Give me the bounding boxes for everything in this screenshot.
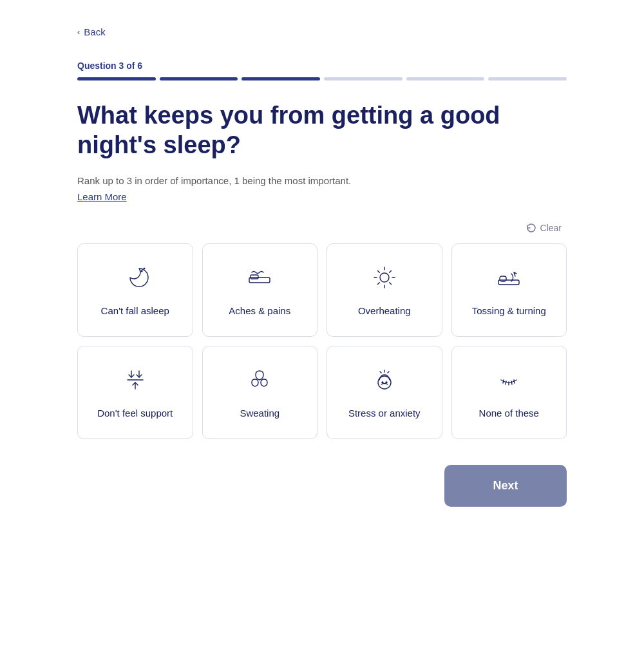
- svg-line-21: [380, 372, 381, 373]
- svg-point-0: [141, 270, 142, 272]
- svg-rect-13: [498, 280, 519, 285]
- option-cant-fall-asleep-label: Can't fall asleep: [101, 305, 169, 317]
- progress-bar: [77, 77, 567, 80]
- back-link[interactable]: ‹ Back: [77, 26, 106, 37]
- option-tossing-turning[interactable]: Tossing & turning: [451, 243, 567, 337]
- svg-line-9: [377, 271, 379, 273]
- tossing-icon: [493, 262, 524, 293]
- question-label: Question 3 of 6: [77, 61, 567, 71]
- option-none[interactable]: None of these: [451, 346, 567, 439]
- option-stress-anxiety-label: Stress or anxiety: [348, 407, 421, 420]
- chevron-left-icon: ‹: [77, 27, 80, 37]
- svg-line-10: [389, 283, 391, 285]
- eye-closed-icon: [493, 364, 524, 395]
- svg-line-11: [389, 271, 391, 273]
- svg-rect-14: [500, 276, 506, 281]
- option-stress-anxiety[interactable]: Stress or anxiety: [327, 346, 442, 439]
- next-button[interactable]: Next: [444, 465, 567, 507]
- option-sweating[interactable]: Sweating: [202, 346, 318, 439]
- question-title: What keeps you from getting a good night…: [77, 101, 567, 160]
- clear-row: Clear: [77, 220, 567, 236]
- svg-line-28: [511, 381, 512, 384]
- progress-seg-2: [160, 77, 238, 80]
- footer-row: Next: [77, 465, 567, 507]
- svg-rect-3: [251, 275, 258, 279]
- option-aches-pains[interactable]: Aches & pains: [202, 243, 318, 337]
- learn-more-link[interactable]: Learn More: [77, 191, 127, 202]
- sun-icon: [369, 262, 400, 293]
- svg-rect-2: [249, 278, 270, 283]
- support-icon: [120, 364, 151, 395]
- svg-line-22: [388, 372, 389, 373]
- anxiety-icon: [369, 364, 400, 395]
- instruction-text: Rank up to 3 in order of importance, 1 b…: [77, 175, 567, 186]
- progress-seg-4: [324, 77, 402, 80]
- option-overheating[interactable]: Overheating: [327, 243, 442, 337]
- svg-point-4: [380, 273, 389, 282]
- option-aches-pains-label: Aches & pains: [229, 305, 290, 317]
- clear-button[interactable]: Clear: [521, 220, 567, 236]
- aches-icon: [244, 262, 275, 293]
- option-dont-feel-support[interactable]: Don't feel support: [77, 346, 193, 439]
- drops-icon: [244, 364, 275, 395]
- option-dont-feel-support-label: Don't feel support: [97, 407, 173, 420]
- option-tossing-turning-label: Tossing & turning: [472, 305, 546, 317]
- svg-point-24: [386, 382, 387, 383]
- moon-icon: [120, 262, 151, 293]
- svg-line-26: [506, 381, 506, 384]
- svg-line-29: [514, 380, 515, 383]
- clear-label: Clear: [540, 223, 562, 233]
- refresh-icon: [526, 223, 536, 233]
- option-none-label: None of these: [479, 407, 539, 420]
- option-sweating-label: Sweating: [240, 407, 279, 420]
- back-label: Back: [84, 26, 105, 37]
- option-overheating-label: Overheating: [358, 305, 411, 317]
- progress-seg-5: [406, 77, 485, 80]
- svg-line-25: [503, 380, 504, 383]
- option-cant-fall-asleep[interactable]: Can't fall asleep: [77, 243, 193, 337]
- svg-line-12: [377, 283, 379, 285]
- progress-seg-1: [77, 77, 156, 80]
- options-grid: Can't fall asleep Aches & pains: [77, 243, 567, 439]
- page-container: ‹ Back Question 3 of 6 What keeps you fr…: [26, 0, 618, 532]
- progress-seg-6: [488, 77, 567, 80]
- progress-seg-3: [242, 77, 320, 80]
- svg-point-23: [382, 382, 383, 383]
- svg-point-1: [144, 268, 145, 269]
